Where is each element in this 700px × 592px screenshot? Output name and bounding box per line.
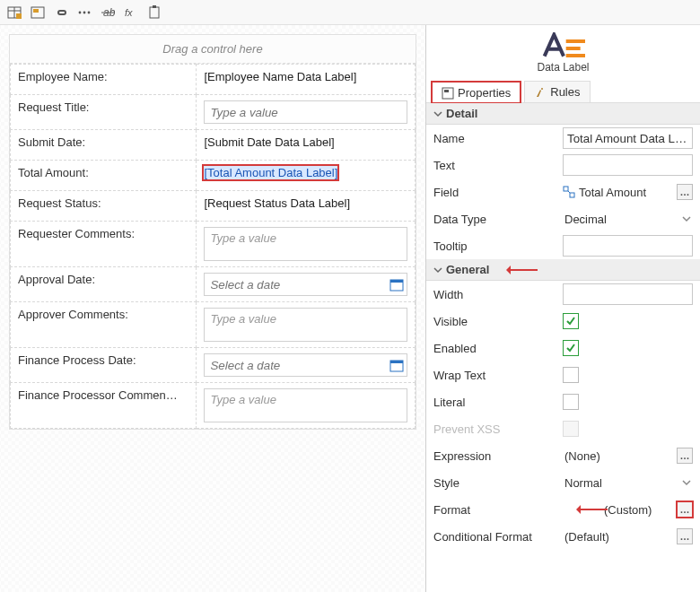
field-picker-button[interactable]: … [677, 184, 693, 200]
field-label[interactable]: Requester Comments: [11, 222, 197, 267]
visible-checkbox[interactable] [563, 313, 579, 329]
tab-label: Properties [458, 86, 511, 100]
properties-panel: Data Label Properties Rules Detail [426, 25, 700, 592]
calendar-icon[interactable] [389, 277, 404, 292]
svg-rect-12 [150, 7, 159, 18]
control-type-header: Data Label [426, 25, 700, 77]
properties-icon [442, 87, 454, 100]
chevron-down-icon [433, 109, 442, 118]
finance-processor-comments-input[interactable]: Type a value [204, 388, 407, 422]
prop-label-expression: Expression [433, 449, 559, 463]
field-label[interactable]: Request Status: [11, 191, 197, 222]
tab-rules[interactable]: Rules [524, 81, 590, 102]
prop-label-field: Field [433, 186, 559, 199]
prop-label-enabled: Enabled [433, 342, 559, 355]
conditional-format-picker-button[interactable]: … [677, 528, 693, 544]
svg-point-7 [83, 11, 86, 13]
section-title: Detail [446, 107, 477, 120]
insert-table-icon[interactable] [5, 4, 23, 22]
field-binding-icon [563, 186, 575, 198]
expression-picker-button[interactable]: … [677, 448, 693, 464]
approval-date-input[interactable] [204, 273, 407, 296]
data-label-total-amount[interactable]: [Total Amount Data Label] [204, 166, 337, 179]
tab-label: Rules [550, 85, 580, 99]
svg-rect-3 [16, 13, 22, 19]
control-type-caption: Data Label [537, 61, 589, 74]
svg-rect-21 [442, 88, 453, 99]
svg-rect-15 [390, 280, 403, 283]
prop-label-style: Style [433, 476, 559, 490]
svg-rect-25 [570, 193, 574, 197]
format-picker-button[interactable]: … [677, 501, 693, 518]
prop-label-text: Text [433, 159, 559, 172]
drag-hint: Drag a control here [10, 35, 416, 64]
datatype-selected-value: Decimal [564, 213, 607, 226]
calendar-icon[interactable] [389, 358, 404, 372]
svg-rect-18 [565, 39, 584, 43]
svg-rect-5 [33, 9, 39, 13]
rules-icon [534, 86, 547, 99]
section-header-detail[interactable]: Detail [426, 103, 700, 125]
strike-icon[interactable]: ab [99, 4, 117, 22]
format-value: (Custom) [602, 503, 675, 517]
form-surface: Drag a control here Employee Name: [Empl… [9, 34, 416, 430]
section-general: General Width Visible Enabled Wrap Text [426, 259, 700, 550]
function-icon[interactable]: fx [122, 4, 140, 22]
top-toolbar: ab fx [0, 0, 700, 25]
prop-name-input[interactable] [563, 127, 693, 149]
prop-label-visible: Visible [433, 315, 559, 328]
form-grid: Employee Name: [Employee Name Data Label… [10, 64, 416, 429]
prop-label-preventxss: Prevent XSS [433, 422, 559, 436]
svg-line-26 [568, 191, 570, 193]
style-selected-value: Normal [564, 476, 602, 490]
prop-label-tooltip: Tooltip [433, 239, 559, 253]
svg-rect-19 [565, 47, 580, 50]
field-label[interactable]: Approval Date: [11, 267, 197, 302]
prop-width-input[interactable] [563, 283, 693, 305]
finance-process-date-input[interactable] [204, 353, 407, 377]
tab-properties[interactable]: Properties [432, 82, 521, 103]
datatype-select[interactable]: Decimal [563, 208, 693, 230]
prop-label-conditional-format: Conditional Format [433, 530, 559, 544]
field-label[interactable]: Approver Comments: [11, 302, 197, 348]
design-canvas[interactable]: Drag a control here Employee Name: [Empl… [0, 25, 426, 592]
field-label[interactable]: Request Title: [11, 95, 197, 130]
chevron-down-icon [682, 478, 691, 487]
data-label-submit-date[interactable]: [Submit Date Data Label] [204, 135, 334, 149]
prop-label-datatype: Data Type [433, 213, 559, 226]
paste-icon[interactable] [145, 4, 163, 22]
prop-text-input[interactable] [563, 154, 693, 176]
approver-comments-input[interactable]: Type a value [204, 308, 407, 342]
svg-rect-24 [564, 187, 568, 191]
chevron-down-icon [682, 214, 691, 223]
svg-point-8 [88, 11, 91, 13]
panel-tabs: Properties Rules [426, 77, 700, 103]
prop-tooltip-input[interactable] [563, 235, 693, 257]
field-label[interactable]: Employee Name: [11, 65, 197, 95]
prop-label-wraptext: Wrap Text [433, 369, 559, 382]
more-icon[interactable] [75, 4, 93, 22]
section-detail: Detail Name Text Field Total Amount … [426, 103, 700, 259]
section-header-general[interactable]: General [426, 259, 700, 281]
field-label[interactable]: Total Amount: [11, 161, 197, 191]
requester-comments-input[interactable]: Type a value [204, 227, 407, 261]
field-label[interactable]: Finance Processor Commen… [11, 383, 197, 429]
style-select[interactable]: Normal [563, 472, 693, 493]
prop-label-format: Format [433, 503, 559, 517]
svg-rect-13 [153, 5, 156, 8]
wraptext-checkbox[interactable] [563, 367, 579, 383]
data-label-employee-name[interactable]: [Employee Name Data Label] [204, 70, 356, 83]
data-label-icon [538, 32, 589, 61]
link-icon[interactable] [52, 4, 70, 22]
field-label[interactable]: Finance Process Date: [11, 348, 197, 383]
svg-rect-20 [565, 54, 584, 57]
field-label[interactable]: Submit Date: [11, 130, 197, 161]
literal-checkbox[interactable] [563, 394, 579, 410]
svg-point-6 [79, 11, 82, 13]
prop-label-name: Name [433, 132, 559, 145]
expression-value: (None) [563, 449, 675, 463]
data-label-request-status[interactable]: [Request Status Data Label] [204, 196, 350, 210]
enabled-checkbox[interactable] [563, 340, 579, 356]
insert-container-icon[interactable] [29, 4, 47, 22]
request-title-input[interactable] [204, 100, 407, 124]
